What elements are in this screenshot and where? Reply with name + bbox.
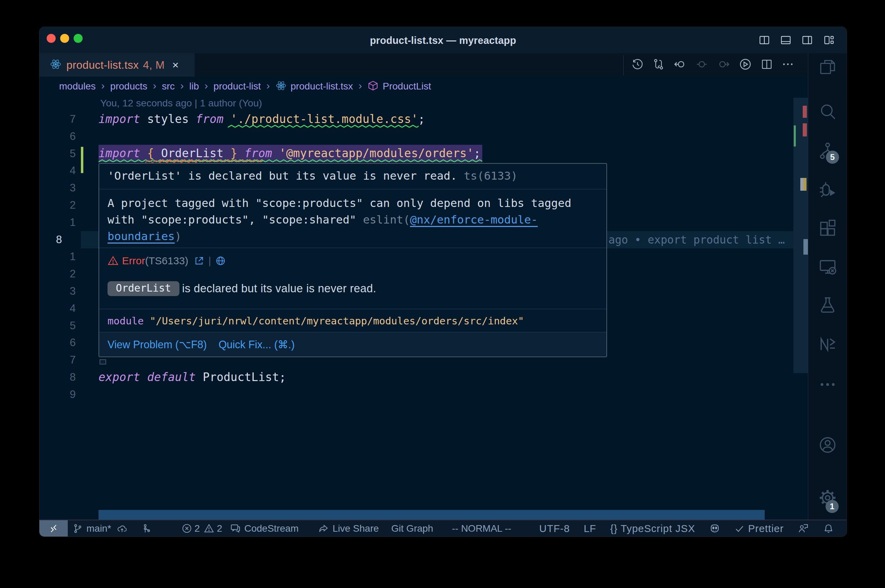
line-number: 3 (48, 283, 76, 300)
minimap-warning-mark (804, 178, 807, 191)
remote-explorer-icon[interactable] (818, 257, 837, 276)
vim-mode-indicator[interactable]: -- NORMAL -- (452, 523, 511, 534)
view-problem-button[interactable]: View Problem (⌥F8) (108, 339, 207, 351)
gitlens-status[interactable] (142, 524, 152, 534)
squiggle-warning-line1 (228, 125, 419, 128)
symbol-chip: OrderList (108, 281, 179, 296)
breadcrumb-item[interactable]: src (162, 81, 174, 92)
status-bar-right: UTF-8 LF {} TypeScript JSX Prettier (539, 520, 834, 537)
breadcrumb-item[interactable]: lib (189, 81, 199, 92)
chevron-right-icon: › (205, 80, 208, 92)
live-share-icon (318, 523, 329, 534)
squiggle-warning-overlap (159, 159, 263, 162)
close-window-button[interactable] (47, 34, 56, 43)
hover-error-label: Error (122, 255, 145, 267)
minimap-selection-mark (800, 178, 804, 191)
language-mode-status[interactable]: {} TypeScript JSX (610, 523, 695, 534)
tab-label: product-list.tsx (66, 59, 139, 72)
minimize-window-button[interactable] (60, 34, 69, 43)
navigate-back-icon[interactable] (673, 58, 687, 72)
eslint-rule-link[interactable]: @nx/enforce-module- (410, 213, 538, 226)
navigate-forward-icon[interactable] (717, 58, 730, 72)
codestream-status[interactable]: CodeStream (230, 523, 299, 534)
git-pull-request-icon[interactable] (652, 58, 665, 72)
encoding-status[interactable]: UTF-8 (539, 523, 570, 534)
eslint-rule-link[interactable]: boundaries (108, 230, 174, 243)
prettier-status[interactable]: Prettier (734, 523, 784, 534)
git-modified-gutter-indicator (81, 147, 83, 173)
git-branch-icon (73, 524, 83, 534)
line-number: 6 (48, 128, 76, 145)
notifications-bell-icon[interactable] (823, 523, 834, 534)
globe-icon[interactable] (215, 256, 226, 266)
hover-resize-handle[interactable] (99, 359, 106, 364)
breadcrumb-symbol[interactable]: ProductList (383, 81, 431, 92)
breadcrumb-item[interactable]: products (110, 81, 147, 92)
minimap-git-added-mark (794, 125, 796, 147)
split-editor-icon[interactable] (760, 58, 773, 72)
explorer-icon[interactable] (818, 57, 837, 77)
timeline-icon[interactable] (631, 58, 644, 72)
line-number: 7 (48, 351, 76, 369)
editor-actions (631, 53, 794, 77)
breadcrumb-item[interactable]: modules (59, 81, 96, 92)
hover-divider (99, 189, 606, 189)
hover-actions: View Problem (⌥F8) Quick Fix... (⌘.) (99, 332, 606, 357)
git-branch-status[interactable]: main* (73, 523, 127, 534)
gitlens-blame-annotation[interactable]: You, 12 seconds ago | 1 author (You) (100, 96, 262, 111)
toggle-panel-right-icon[interactable] (801, 34, 813, 46)
line-number: 2 (48, 266, 76, 283)
tab-product-list[interactable]: product-list.tsx 4, M × (39, 53, 195, 77)
minimap[interactable] (793, 96, 808, 510)
git-graph-status[interactable]: Git Graph (391, 523, 433, 534)
check-icon (734, 524, 745, 534)
copilot-status-icon[interactable] (709, 523, 720, 534)
chevron-right-icon: › (101, 80, 105, 92)
error-hover-popup: 'OrderList' is declared but its value is… (99, 163, 607, 357)
account-icon[interactable] (818, 435, 837, 454)
run-debug-icon[interactable] (818, 181, 837, 200)
vscode-window: product-list.tsx — myreactapp (39, 27, 847, 537)
toggle-panel-left-icon[interactable] (759, 34, 770, 46)
breadcrumb-item[interactable]: product-list (213, 81, 261, 92)
zoom-window-button[interactable] (74, 34, 83, 43)
testing-icon[interactable] (818, 295, 837, 314)
minimap-error-mark (803, 106, 807, 118)
external-link-icon[interactable] (194, 256, 204, 266)
status-bar: main* 2 2 (39, 520, 847, 537)
chevron-right-icon: › (180, 80, 184, 92)
line-number: 4 (48, 162, 76, 179)
eol-status[interactable]: LF (583, 523, 596, 534)
nx-console-icon[interactable] (818, 335, 837, 354)
tab-scroll-divider (623, 55, 624, 75)
search-icon[interactable] (818, 102, 837, 122)
customize-layout-icon[interactable] (823, 34, 834, 46)
warning-triangle-icon (204, 523, 214, 534)
hover-module-path: module "/Users/juri/nrwl/content/myreact… (108, 315, 524, 327)
hover-divider (99, 309, 606, 309)
hover-eslint-message: A project tagged with "scope:products" c… (108, 195, 571, 244)
live-share-status[interactable]: Live Share (318, 523, 379, 534)
remote-indicator[interactable] (39, 520, 68, 537)
line-number: 6 (48, 334, 76, 351)
extensions-icon[interactable] (818, 219, 837, 238)
horizontal-scrollbar[interactable] (99, 510, 765, 520)
codestream-icon (230, 523, 241, 534)
line-number: 5 (48, 317, 76, 334)
more-actions-icon[interactable] (781, 58, 794, 72)
breadcrumb-file[interactable]: product-list.tsx (291, 81, 353, 92)
quick-fix-button[interactable]: Quick Fix... (⌘.) (218, 339, 294, 351)
line-number: 3 (48, 179, 76, 196)
line-number: 4 (48, 300, 76, 317)
minimap-error-mark (803, 123, 807, 136)
hover-status-row: Error (TS6133) | (108, 255, 226, 267)
symbol-module-icon (368, 80, 379, 94)
run-file-icon[interactable] (739, 58, 752, 72)
current-line-number: 8 (56, 231, 62, 248)
feedback-icon[interactable] (798, 523, 809, 534)
more-views-icon[interactable] (818, 375, 837, 394)
problems-status[interactable]: 2 2 (182, 523, 222, 534)
git-commit-icon[interactable] (695, 58, 708, 72)
tab-close-icon[interactable]: × (172, 59, 179, 70)
toggle-panel-bottom-icon[interactable] (780, 34, 792, 46)
